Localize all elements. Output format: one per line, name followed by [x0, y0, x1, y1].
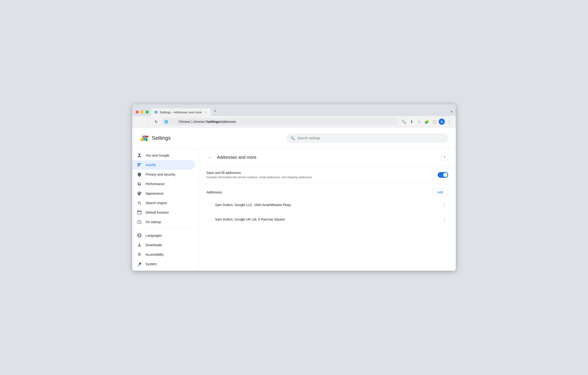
address-url-prefix: chrome://	[193, 120, 207, 123]
svg-rect-15	[137, 212, 141, 212]
menu-icon: ⋮	[447, 120, 451, 124]
sidebar-label-downloads: Downloads	[146, 243, 162, 247]
speedometer-icon	[137, 182, 142, 186]
tab-title: Settings - Addresses and more	[160, 111, 202, 114]
sidebar-button[interactable]: ▢	[431, 118, 438, 125]
sidebar-label-you-and-google: You and Google	[146, 153, 169, 157]
svg-point-16	[138, 211, 138, 212]
new-tab-button[interactable]: +	[211, 107, 219, 116]
content-area: ← Addresses and more ? Save and fill add…	[199, 149, 456, 271]
sidebar-label-search-engine: Search engine	[146, 201, 167, 205]
sidebar-item-performance[interactable]: Performance	[132, 179, 195, 189]
help-button[interactable]: ?	[441, 153, 448, 161]
forward-button[interactable]: →	[144, 118, 151, 125]
svg-point-1	[155, 111, 157, 113]
refresh-button[interactable]: ↻	[153, 118, 159, 125]
addresses-label: Addresses	[207, 190, 432, 194]
bookmark-icon: ☆	[418, 120, 421, 124]
back-button[interactable]: ←	[136, 118, 142, 125]
palette-icon	[137, 191, 142, 196]
sidebar-label-system: System	[146, 262, 157, 266]
extensions-button[interactable]: 🧩	[423, 118, 430, 125]
tab-dropdown-button[interactable]: ▾	[451, 110, 452, 116]
traffic-lights	[136, 111, 149, 116]
bookmark-button[interactable]: ☆	[416, 118, 422, 125]
sidebar-label-privacy: Privacy and security	[146, 172, 175, 176]
download-icon	[137, 243, 142, 247]
svg-rect-6	[137, 163, 141, 164]
extensions-icon: 🧩	[424, 120, 429, 124]
search-engine-icon	[137, 201, 142, 205]
svg-line-13	[140, 204, 141, 205]
accessibility-icon	[137, 252, 142, 257]
zoom-button[interactable]: 🔍	[400, 118, 407, 125]
svg-point-11	[140, 192, 140, 193]
address-1-menu-button[interactable]: ⋮	[441, 201, 448, 209]
save-fill-addresses-row: Save and fill addresses Includes informa…	[199, 166, 456, 184]
sidebar-item-default-browser[interactable]: Default browser	[132, 208, 195, 217]
sidebar-label-on-startup: On startup	[146, 220, 161, 224]
sidebar-item-accessibility[interactable]: Accessibility	[132, 250, 195, 259]
sidebar-label-autofill: Autofill	[146, 163, 156, 167]
content-page-title: Addresses and more	[217, 155, 438, 160]
sidebar-label-performance: Performance	[146, 182, 165, 186]
share-button[interactable]: ⬆	[408, 118, 415, 125]
tab-favicon-icon	[154, 111, 158, 114]
profile-button[interactable]: S	[439, 119, 445, 125]
toggle-slider	[438, 172, 448, 178]
sidebar-label-languages: Languages	[146, 233, 162, 237]
sidebar-item-appearance[interactable]: Appearance	[132, 189, 195, 198]
sidebar-item-system[interactable]: System	[132, 259, 195, 269]
setting-name: Save and fill addresses	[207, 171, 434, 175]
address-url-bold: settings	[207, 120, 220, 123]
sidebar-item-privacy-and-security[interactable]: Privacy and security	[132, 170, 195, 179]
address-1-more-icon: ⋮	[442, 202, 446, 207]
address-2-menu-button[interactable]: ⋮	[441, 215, 448, 223]
svg-rect-7	[137, 164, 140, 165]
save-fill-toggle[interactable]	[438, 172, 448, 178]
sidebar-label-accessibility: Accessibility	[146, 253, 164, 256]
sidebar-divider	[137, 229, 194, 229]
svg-point-17	[139, 211, 139, 212]
svg-rect-8	[137, 166, 139, 166]
secure-icon: 🌐	[164, 120, 168, 123]
setting-description: Includes information like phone numbers,…	[207, 176, 434, 179]
zoom-icon: 🔍	[401, 120, 406, 124]
refresh-icon: ↻	[155, 120, 158, 124]
title-bar: Settings - Addresses and more × + ▾	[132, 104, 456, 116]
search-bar[interactable]: 🔍	[286, 133, 448, 143]
address-item-text-1: Sam Dutton, Google LLC, 1600 Amphitheatr…	[207, 203, 441, 207]
content-back-button[interactable]: ←	[207, 153, 214, 161]
tab-close-button[interactable]: ×	[204, 110, 208, 114]
browser-icon	[137, 210, 142, 215]
svg-point-9	[138, 193, 139, 194]
share-icon: ⬆	[410, 120, 413, 124]
menu-button[interactable]: ⋮	[446, 118, 452, 125]
sidebar-item-languages[interactable]: Languages	[132, 231, 195, 240]
chrome-logo-icon	[140, 134, 148, 142]
sidebar-label-default-browser: Default browser	[146, 211, 169, 214]
sidebar-item-downloads[interactable]: Downloads	[132, 240, 195, 250]
settings-page-title: Settings	[152, 135, 171, 141]
address-item-text-2: Sam Dutton, Google UK Ltd, 6 Pancras Squ…	[207, 217, 441, 221]
sidebar: You and Google Autofill	[132, 149, 199, 271]
sidebar-item-on-startup[interactable]: On startup	[132, 217, 195, 227]
sidebar-item-search-engine[interactable]: Search engine	[132, 198, 195, 208]
forward-icon: →	[146, 120, 149, 124]
search-input[interactable]	[297, 136, 444, 140]
address-item: Sam Dutton, Google LLC, 1600 Amphitheatr…	[207, 198, 448, 212]
shield-icon	[137, 172, 142, 177]
sidebar-item-you-and-google[interactable]: You and Google	[132, 151, 195, 160]
add-address-button[interactable]: Add	[432, 189, 448, 196]
browser-toolbar: ← → ↻ 🌐 Chrome | chrome://settings/addre…	[132, 116, 456, 128]
close-traffic-light[interactable]	[136, 111, 139, 114]
browser-tab[interactable]: Settings - Addresses and more ×	[151, 108, 211, 116]
address-domain: Chrome	[179, 120, 190, 123]
sidebar-item-autofill[interactable]: Autofill	[132, 160, 195, 170]
address-bar[interactable]: 🌐 Chrome | chrome://settings/addresses	[161, 118, 399, 125]
browser-window: Settings - Addresses and more × + ▾ ← → …	[132, 104, 456, 271]
minimize-traffic-light[interactable]	[141, 111, 144, 114]
maximize-traffic-light[interactable]	[146, 111, 149, 114]
wrench-icon	[137, 262, 142, 266]
addresses-section: Addresses Add Sam Dutton, Google LLC, 16…	[199, 184, 456, 231]
